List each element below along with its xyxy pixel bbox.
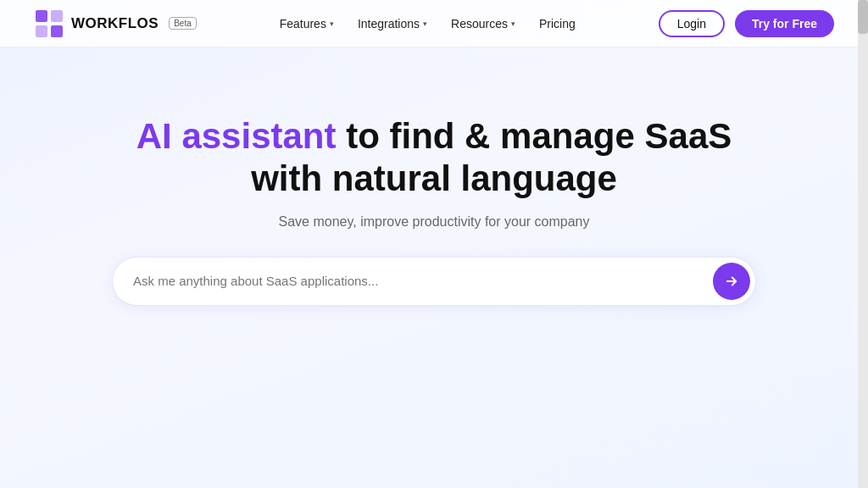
try-for-free-button[interactable]: Try for Free bbox=[735, 10, 834, 37]
nav-resources-label: Resources bbox=[451, 17, 508, 30]
workflos-logo-icon bbox=[34, 8, 64, 39]
hero-subtitle: Save money, improve productivity for you… bbox=[279, 214, 590, 230]
navbar: WORKFLOS Beta Features ▾ Integrations ▾ … bbox=[0, 0, 868, 47]
nav-features-label: Features bbox=[280, 17, 326, 30]
search-submit-button[interactable] bbox=[713, 263, 750, 300]
nav-actions: Login Try for Free bbox=[659, 10, 834, 37]
nav-pricing-label: Pricing bbox=[539, 17, 576, 30]
logo-text: WORKFLOS bbox=[71, 15, 159, 32]
nav-integrations-label: Integrations bbox=[358, 17, 420, 30]
search-bar bbox=[112, 257, 756, 306]
hero-title-accent: AI assistant bbox=[136, 116, 337, 156]
svg-rect-2 bbox=[36, 25, 47, 37]
hero-title: AI assistant to find & manage SaaS with … bbox=[116, 115, 752, 201]
beta-badge: Beta bbox=[169, 17, 197, 30]
chevron-down-icon: ▾ bbox=[330, 19, 334, 28]
chevron-down-icon: ▾ bbox=[423, 19, 427, 28]
svg-rect-1 bbox=[51, 10, 63, 22]
nav-item-features[interactable]: Features ▾ bbox=[280, 17, 334, 30]
scrollbar[interactable] bbox=[858, 0, 868, 488]
nav-links: Features ▾ Integrations ▾ Resources ▾ Pr… bbox=[280, 17, 576, 30]
nav-item-pricing[interactable]: Pricing bbox=[539, 17, 576, 30]
chevron-down-icon: ▾ bbox=[511, 19, 515, 28]
arrow-right-icon bbox=[724, 274, 739, 289]
nav-item-resources[interactable]: Resources ▾ bbox=[451, 17, 515, 30]
scrollbar-thumb[interactable] bbox=[858, 0, 868, 34]
svg-rect-3 bbox=[51, 25, 63, 37]
logo-area: WORKFLOS Beta bbox=[34, 8, 197, 39]
nav-item-integrations[interactable]: Integrations ▾ bbox=[358, 17, 427, 30]
svg-rect-0 bbox=[36, 10, 47, 22]
search-input[interactable] bbox=[133, 274, 713, 288]
login-button[interactable]: Login bbox=[659, 10, 725, 37]
hero-section: AI assistant to find & manage SaaS with … bbox=[0, 47, 868, 306]
